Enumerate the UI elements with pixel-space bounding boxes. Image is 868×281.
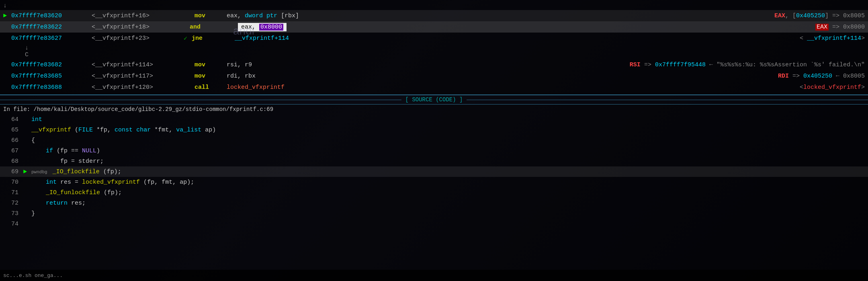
src-arrow-68 (23, 158, 31, 165)
src-code-71: _IO_funlockfile (fp); (31, 189, 865, 196)
asm-addr-5: 0x7ffff7e83685 (11, 73, 92, 80)
src-line-67: 67 if (fp == NULL) (0, 146, 868, 156)
asm-right-1: EAX, [0x405250] => 0x8005 (774, 12, 865, 19)
asm-checkmark-3: ✓ (180, 35, 188, 42)
asm-operands-4: rsi, r9 (212, 62, 630, 68)
divider-label: [ SOURCE (CODE) ] (401, 96, 467, 103)
line-num-70: 70 (3, 179, 23, 186)
current-indicator-2 (3, 24, 11, 31)
asm-addr-1: 0x7ffff7e83620 (11, 12, 92, 19)
src-code-70: int res = locked_vfxprintf (fp, fmt, ap)… (31, 179, 865, 186)
src-code-65: __vfxprintf (FILE *fp, const char *fmt, … (31, 127, 865, 133)
line-num-71: 71 (3, 189, 23, 196)
asm-down-arrow-1: ↓ (0, 2, 868, 10)
asm-operands-6: locked_vfxprintf (212, 84, 800, 91)
line-num-69: 69 (3, 168, 23, 175)
src-code-74 (31, 221, 865, 228)
asm-mnemonic-5: mov (180, 73, 212, 80)
asm-section: ↓ ► 0x7ffff7e83620 <__vfxprintf+16> mov … (0, 0, 868, 95)
asm-mnemonic-3: jne (188, 35, 220, 42)
current-indicator-6 (3, 84, 11, 91)
asm-mnemonic-4: mov (180, 62, 212, 68)
src-code-73: } (31, 210, 865, 217)
asm-operands-3: __vfxprintf+114 (220, 35, 800, 42)
bottom-bar: sc...e.sh one_ga... (0, 270, 868, 281)
main-container: ↓ ► 0x7ffff7e83620 <__vfxprintf+16> mov … (0, 0, 868, 281)
asm-addr-2: 0x7ffff7e83622 (11, 24, 92, 31)
asm-line-6: 0x7ffff7e83688 <__vfxprintf+120> call lo… (0, 82, 868, 93)
asm-line-5: 0x7ffff7e83685 <__vfxprintf+117> mov rdi… (0, 70, 868, 82)
src-arrow-66 (23, 137, 31, 144)
line-num-68: 68 (3, 158, 23, 165)
src-line-64: 64 int (0, 114, 868, 125)
src-line-74: 74 (0, 219, 868, 229)
asm-operands-5: rdi, rbx (212, 73, 778, 80)
src-arrow-64 (23, 116, 31, 123)
asm-line-1: ► 0x7ffff7e83620 <__vfxprintf+16> mov ea… (0, 10, 868, 21)
source-divider: [ SOURCE (CODE) ] (0, 95, 868, 105)
src-line-73: 73 } (0, 208, 868, 219)
src-line-65: 65 __vfxprintf (FILE *fp, const char *fm… (0, 125, 868, 135)
asm-operands-2: eax, 0x8000 (222, 24, 815, 31)
asm-right-3: < __vfxprintf+114> (800, 35, 865, 42)
line-num-72: 72 (3, 200, 23, 207)
source-section: In file: /home/kali/Desktop/source_code/… (0, 105, 868, 281)
src-line-71: 71 _IO_funlockfile (fp); (0, 187, 868, 198)
src-arrow-73 (23, 210, 31, 217)
src-line-66: 66 { (0, 135, 868, 146)
line-num-64: 64 (3, 116, 23, 123)
src-arrow-70 (23, 179, 31, 186)
current-indicator-3 (3, 35, 11, 42)
line-num-65: 65 (3, 127, 23, 133)
asm-line-4: 0x7ffff7e83682 <__vfxprintf+114> mov rsi… (0, 59, 868, 70)
asm-right-5: RDI => 0x405250 ← 0x8005 (778, 73, 865, 80)
asm-right-4: RSI => 0x7ffff7f95448 ← "%s%s%s:%u: %s%s… (630, 62, 865, 68)
asm-line-2: 0x7ffff7e83622 <__vfxprintf+18> and eax,… (0, 21, 868, 33)
src-code-64: int (31, 116, 865, 123)
asm-func-5: <__vfxprintf+117> (92, 73, 180, 80)
asm-addr-4: 0x7ffff7e83682 (11, 62, 92, 68)
asm-mnemonic-6: call (180, 84, 212, 91)
src-line-70: 70 int res = locked_vfxprintf (fp, fmt, … (0, 177, 868, 187)
asm-operands-1: eax, dword ptr [rbx] (212, 12, 774, 19)
src-arrow-72 (23, 200, 31, 207)
src-code-68: fp = stderr; (31, 158, 865, 165)
asm-right-6: <locked_vfxprintf> (800, 84, 865, 91)
line-num-67: 67 (3, 148, 23, 154)
asm-down-c: ↓ C (0, 44, 868, 59)
src-code-67: if (fp == NULL) (31, 148, 865, 154)
asm-mnemonic-2: and (190, 24, 222, 31)
divider-line-right (467, 100, 868, 100)
asm-func-1: <__vfxprintf+16> (92, 12, 180, 19)
src-arrow-67 (23, 148, 31, 154)
line-num-73: 73 (3, 210, 23, 217)
asm-right-2: EAX => 0x8000 (815, 24, 865, 31)
line-num-66: 66 (3, 137, 23, 144)
src-arrow-71 (23, 189, 31, 196)
current-indicator-5 (3, 73, 11, 80)
asm-addr-3: 0x7ffff7e83627 (11, 35, 92, 42)
src-line-69: 69 ► pwndbg _IO_flockfile (fp); (0, 166, 868, 177)
src-arrow-65 (23, 127, 31, 133)
asm-line-3: 0x7ffff7e83627 <__vfxprintf+23> ✓ jne __… (0, 33, 868, 44)
current-indicator-4 (3, 62, 11, 68)
asm-func-3: <__vfxprintf+23> (92, 35, 180, 42)
asm-mnemonic-1: mov (180, 12, 212, 19)
current-indicator-1: ► (3, 12, 11, 19)
src-arrow-74 (23, 221, 31, 228)
line-num-74: 74 (3, 221, 23, 228)
asm-addr-6: 0x7ffff7e83688 (11, 84, 92, 91)
src-code-72: return res; (31, 200, 865, 207)
src-code-66: { (31, 137, 865, 144)
divider-line-left (0, 100, 401, 100)
asm-func-4: <__vfxprintf+114> (92, 62, 180, 68)
asm-func-6: <__vfxprintf+120> (92, 84, 180, 91)
src-code-69: pwndbg _IO_flockfile (fp); (31, 168, 865, 175)
file-path: In file: /home/kali/Desktop/source_code/… (0, 105, 868, 114)
asm-func-2: <__vfxprintf+18> (92, 24, 180, 31)
src-line-72: 72 return res; (0, 198, 868, 208)
src-line-68: 68 fp = stderr; (0, 156, 868, 166)
bottom-text: sc...e.sh one_ga... (3, 273, 63, 279)
src-arrow-69: ► (23, 168, 31, 175)
